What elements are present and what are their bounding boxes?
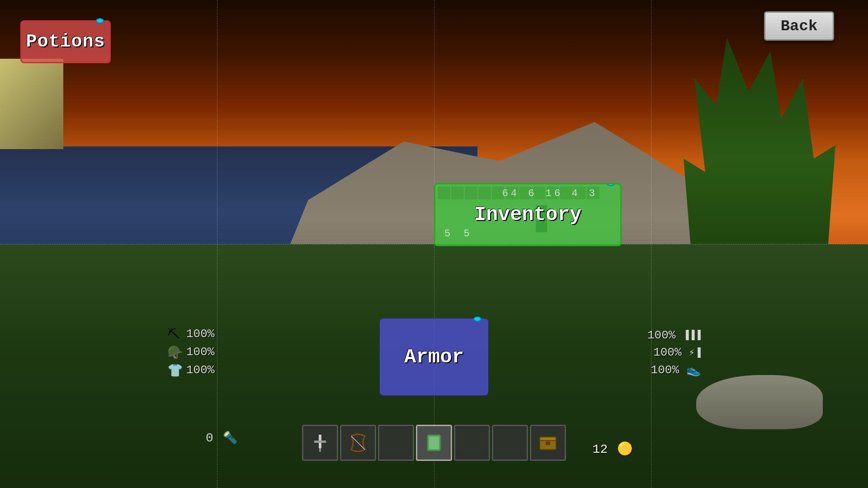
hud-row-2: 🪖 100% [167, 345, 214, 359]
item-count: 12 🟡 [593, 441, 633, 456]
torch-icon: 🔦 [223, 432, 237, 445]
inventory-label: Inventory [474, 203, 582, 226]
helmet-durability: 100% [186, 345, 214, 359]
chestplate-durability: 100% [186, 363, 214, 377]
hud-left: ⛏ 100% 🪖 100% 👕 100% [167, 327, 214, 377]
back-button-label: Back [781, 18, 818, 35]
crosshair-vertical-1 [217, 0, 217, 488]
svg-rect-7 [540, 437, 556, 441]
bars-icon-1: ▐▐▐ [683, 330, 701, 341]
potions-panel[interactable]: Potions [20, 20, 111, 63]
hud-row-1: ⛏ 100% [167, 327, 214, 341]
inventory-numbers-bottom: 5 5 [444, 228, 473, 239]
hud-right-text-1: 100% [647, 328, 675, 342]
hotbar-slot-5[interactable] [454, 425, 490, 461]
back-button[interactable]: Back [764, 11, 834, 41]
hotbar-slot-2[interactable] [340, 425, 376, 461]
hotbar [302, 425, 566, 461]
hotbar-slot-6[interactable] [492, 425, 528, 461]
pickaxe-icon: ⛏ [167, 327, 182, 341]
armor-item-icon [424, 432, 444, 453]
hud-right-row-1: 100% ▐▐▐ [647, 328, 701, 342]
rock-foreground [696, 375, 823, 429]
armor-label: Armor [404, 346, 464, 368]
svg-rect-5 [429, 436, 439, 449]
bow-icon [348, 432, 368, 453]
svg-rect-8 [546, 441, 550, 445]
hud-right-text-2: 100% [653, 346, 681, 359]
tool-durability: 100% [186, 327, 214, 341]
hud-row-3: 👕 100% [167, 363, 214, 377]
hotbar-slot-3[interactable] [378, 425, 414, 461]
sword-icon [310, 432, 330, 453]
bars-icon-2: ⚡▐ [689, 347, 701, 359]
helmet-icon: 🪖 [167, 345, 182, 359]
boots-icon: 👟 [686, 363, 701, 377]
hotbar-slot-7[interactable] [530, 425, 566, 461]
svg-rect-2 [319, 448, 321, 452]
potions-pin [96, 18, 104, 23]
hotbar-slot-1[interactable] [302, 425, 338, 461]
armor-pin [473, 316, 481, 322]
gold-icon: 🟡 [617, 442, 633, 456]
potions-label: Potions [26, 32, 105, 52]
inventory-panel[interactable]: 64 6 16 4 3 Inventory 5 5 [434, 183, 622, 246]
chest-icon [538, 432, 558, 453]
chestplate-icon: 👕 [167, 363, 182, 377]
hud-right-row-2: 100% ⚡▐ [653, 346, 701, 359]
hud-right: 100% ▐▐▐ 100% ⚡▐ 100% 👟 [647, 328, 701, 377]
armor-panel[interactable]: Armor [380, 319, 488, 395]
hotbar-slot-4[interactable] [416, 425, 452, 461]
hud-right-text-3: 100% [651, 363, 679, 377]
hud-right-row-3: 100% 👟 [651, 363, 701, 377]
inventory-numbers-top: 64 6 16 4 3 [502, 188, 598, 199]
svg-rect-1 [314, 441, 326, 443]
crosshair-vertical-3 [651, 0, 651, 488]
left-terrain-block [0, 59, 63, 149]
hud-left-number: 0 🔦 [206, 431, 237, 445]
